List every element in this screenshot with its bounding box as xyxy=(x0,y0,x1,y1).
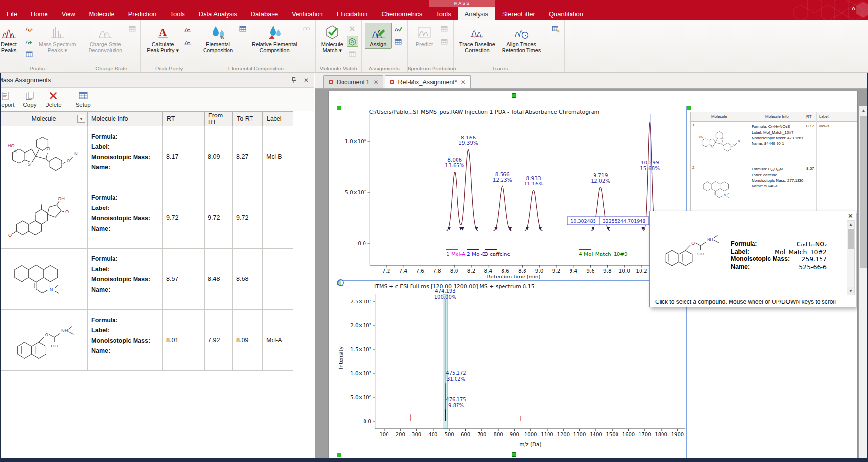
menu-tab-elucidation[interactable]: Elucidation xyxy=(330,7,375,20)
mass-spectrum-peaks-button[interactable]: Mass Spectrum Peaks ▾ xyxy=(36,23,79,55)
svg-text:400: 400 xyxy=(428,432,437,437)
menu-tab-analysis-contextual[interactable]: Analysis xyxy=(458,7,495,20)
tab-close-icon[interactable]: ✕ xyxy=(373,79,378,86)
table-blue-button[interactable] xyxy=(23,48,35,60)
popup-scrollbar[interactable]: ▲ ▼ xyxy=(847,220,855,295)
column-header-molecule-info[interactable]: Molecule Info xyxy=(88,112,163,126)
popup-close-icon[interactable]: ✕ xyxy=(848,212,853,220)
peaks-mini2-button[interactable] xyxy=(183,36,194,47)
column-header-to-rt[interactable]: To RT xyxy=(233,112,263,126)
menu-tab-chemometrics[interactable]: Chemometrics xyxy=(374,7,429,20)
report-button[interactable]: Report xyxy=(0,90,19,109)
match-row[interactable]: 2NFormula: C₂₀H₂₃NLabel: caffeineMonoiso… xyxy=(691,164,858,215)
chromatogram-chart[interactable]: C:/Users/Pablo...SI_MSMS_pos.RAW Injecti… xyxy=(338,106,687,280)
predict-button[interactable]: Predict xyxy=(411,23,438,49)
svg-text:1400: 1400 xyxy=(590,432,602,437)
svg-text:8.8: 8.8 xyxy=(518,268,526,274)
table-blue-button[interactable] xyxy=(237,23,248,34)
column-filter-icon[interactable]: ▾ xyxy=(77,115,85,123)
mass-assignments-table: Molecule▾Molecule InfoRTFrom RTTo RTLabe… xyxy=(0,111,314,371)
match-results-table[interactable]: MoleculeMolecule InfoRTLabel1SOONHOFormu… xyxy=(690,112,858,214)
delete-button[interactable]: Delete xyxy=(41,90,66,109)
table-row[interactable]: OOHOFormula:Label:Monoisotopic Mass:Name… xyxy=(0,187,293,249)
peak-edit-button[interactable] xyxy=(23,23,35,34)
link-button[interactable] xyxy=(301,23,312,34)
table-row[interactable]: OOHNHFormula:Label:Monoisotopic Mass:Nam… xyxy=(0,310,293,371)
molecule-match-button[interactable]: Molecule Match ▾ xyxy=(319,23,346,55)
charge-state-deconvolution-button[interactable]: Charge State Deconvolution xyxy=(85,23,125,55)
svg-text:11.16%: 11.16% xyxy=(524,181,544,186)
ribbon-collapse-icon[interactable]: ^ xyxy=(852,6,855,13)
rt-cell: 8.17 xyxy=(163,126,205,187)
x-gray-button[interactable] xyxy=(347,23,358,34)
svg-text:O: O xyxy=(67,158,70,162)
tab-close-icon[interactable]: ✕ xyxy=(461,79,466,86)
mass-spectrum-chart[interactable]: ITMS + c ESI Full ms [120.00-1200.00] MS… xyxy=(338,280,687,458)
peaks-mini-button[interactable] xyxy=(183,23,194,34)
menu-tab-prediction[interactable]: Prediction xyxy=(121,7,163,20)
table-gray-button[interactable] xyxy=(439,23,450,34)
menu-tab-database[interactable]: Database xyxy=(244,7,285,20)
menu-tab-file[interactable]: File xyxy=(0,7,24,20)
table-gray-button[interactable] xyxy=(439,36,450,47)
table-gray-button[interactable] xyxy=(347,48,358,60)
molecule-info-cell: Formula:Label:Monoisotopic Mass:Name: xyxy=(88,310,163,371)
column-header-label[interactable]: Label xyxy=(263,112,293,126)
assign-button[interactable]: Assign xyxy=(365,23,392,49)
rotation-handle[interactable] xyxy=(337,279,344,286)
scroll-up-icon[interactable]: ▲ xyxy=(847,221,854,228)
calculate-peak-purity-button[interactable]: ACalculate Peak Purity ▾ xyxy=(144,23,182,55)
svg-text:A: A xyxy=(159,26,167,38)
svg-text:0.0: 0.0 xyxy=(363,418,371,424)
label-cell: Mol-B xyxy=(263,126,293,187)
menu-tab-data-analysis[interactable]: Data Analysis xyxy=(192,7,244,20)
menu-tab-tools[interactable]: Tools xyxy=(163,7,191,20)
match-row[interactable]: 1SOONHOFormula: C₂₈H₂₇NO₄SLabel: Mol_Mat… xyxy=(691,122,858,164)
setup-button[interactable]: Setup xyxy=(71,90,95,109)
relative-elemental-composition-button[interactable]: Relative Elemental Composition xyxy=(249,23,300,55)
peak-add-button[interactable] xyxy=(23,36,35,47)
svg-text:1300: 1300 xyxy=(573,432,586,437)
document-tab[interactable]: Ref-Mix_Assignment*✕ xyxy=(385,75,470,88)
menu-tab-home[interactable]: Home xyxy=(24,7,55,20)
close-icon[interactable]: ✕ xyxy=(303,77,310,84)
table-row[interactable]: NFormula:Label:Monoisotopic Mass:Name:8.… xyxy=(0,249,293,310)
elemental-composition-button[interactable]: %Elemental Composition xyxy=(200,23,236,55)
menu-tab-tools-contextual[interactable]: Tools xyxy=(429,7,457,20)
copy-button[interactable]: Copy xyxy=(19,90,41,109)
delete-icon xyxy=(48,91,58,101)
document-tab[interactable]: Document 1✕ xyxy=(323,75,383,88)
selection-handle[interactable] xyxy=(512,452,516,457)
detect-peaks-button[interactable]: Detect Peaks xyxy=(0,23,23,55)
mol-search-button[interactable] xyxy=(347,36,358,47)
table-gray-button[interactable] xyxy=(126,23,137,34)
selection-handle[interactable] xyxy=(337,106,341,110)
scroll-down-icon[interactable]: ▼ xyxy=(847,287,854,295)
menu-tab-quantitation[interactable]: Quantitation xyxy=(542,7,590,20)
table-gray-icon xyxy=(128,25,136,33)
svg-text:4 Mol_Match_10#9: 4 Mol_Match_10#9 xyxy=(579,251,628,257)
compound-popup: ✕ OOHNH Formula:C₁₆H₂₁NO₂Label:Mol_Match… xyxy=(649,211,856,307)
column-header-from-rt[interactable]: From RT xyxy=(205,112,233,126)
menu-tab-molecule[interactable]: Molecule xyxy=(82,7,121,20)
align-traces-retention-times-button[interactable]: Align Traces Retention Times xyxy=(499,23,544,55)
menu-tab-stereofitter[interactable]: StereoFitter xyxy=(495,7,542,20)
scroll-thumb[interactable] xyxy=(848,229,854,249)
selection-handle[interactable] xyxy=(512,93,516,98)
selection-handle[interactable] xyxy=(337,453,341,457)
table-sparkle-button[interactable] xyxy=(550,23,561,34)
column-header-rt[interactable]: RT xyxy=(163,112,205,126)
scroll-thumb[interactable] xyxy=(860,116,867,268)
trace-baseline-correction-button[interactable]: Trace Baseline Correction xyxy=(457,23,498,55)
table-blue-button[interactable] xyxy=(393,36,404,47)
menu-tab-verification[interactable]: Verification xyxy=(285,7,330,20)
pin-icon[interactable] xyxy=(290,77,297,84)
svg-text:Intensity: Intensity xyxy=(338,346,343,369)
selection-handle[interactable] xyxy=(687,106,691,110)
svg-text:8.0: 8.0 xyxy=(450,268,458,274)
table-row[interactable]: SOONHOFormula:Label:Monoisotopic Mass:Na… xyxy=(0,126,293,187)
menu-tab-view[interactable]: View xyxy=(55,7,82,20)
vertical-scrollbar[interactable]: ▲ ▼ xyxy=(859,106,867,458)
assign-check-button[interactable] xyxy=(393,23,404,34)
column-header-molecule[interactable]: Molecule▾ xyxy=(0,112,88,126)
